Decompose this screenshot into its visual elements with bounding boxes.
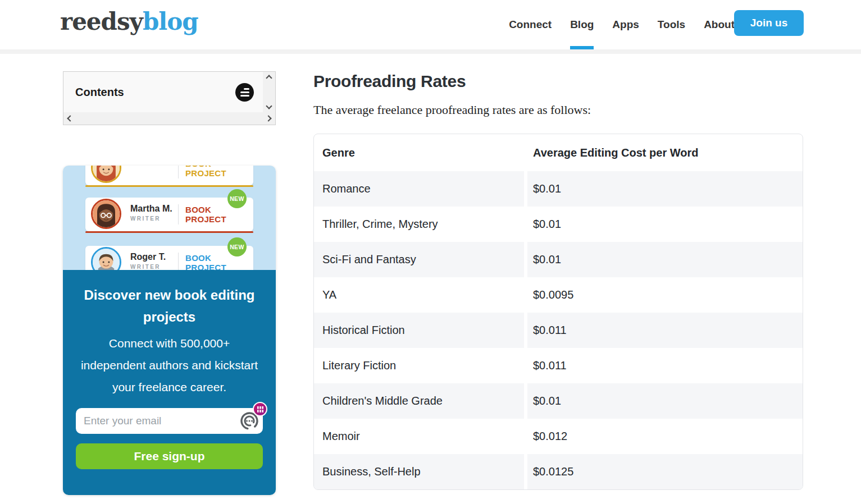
nav-blog[interactable]: Blog: [570, 0, 594, 49]
genre-cell: Romance: [314, 171, 527, 207]
scroll-up-icon[interactable]: [266, 75, 272, 81]
cost-cell: $0.0095: [527, 277, 803, 313]
writer-role: WRITER: [130, 263, 166, 270]
contents-title: Contents: [75, 86, 124, 99]
writer-avatar: [91, 166, 121, 183]
promo-heading: Discover new book editing projects: [76, 284, 263, 328]
promo-body-text: Connect with 500,000+ independent author…: [76, 332, 263, 398]
card-accent: [85, 185, 253, 187]
contents-widget: Contents: [63, 71, 276, 125]
cost-cell: $0.0125: [527, 454, 803, 489]
logo-blog: blog: [143, 8, 198, 35]
table-row: Thriller, Crime, Mystery$0.01: [314, 207, 803, 242]
nav-about[interactable]: About: [704, 0, 735, 49]
page-title: Proofreading Rates: [313, 72, 466, 91]
main-nav: Connect Blog Apps Tools About: [509, 0, 735, 49]
genre-cell: YA: [314, 277, 527, 313]
site-header: reedsyblog Connect Blog Apps Tools About…: [0, 0, 861, 49]
logo-reedsy: reedsy: [60, 8, 143, 35]
email-input[interactable]: [76, 408, 263, 434]
card-divider: [178, 204, 179, 224]
grid-badge-icon[interactable]: [253, 402, 267, 416]
cost-cell: $0.01: [527, 383, 803, 419]
free-signup-button[interactable]: Free sign-up: [76, 443, 263, 469]
table-row: Romance$0.01: [314, 171, 803, 207]
proofreading-rates-table: Genre Average Editing Cost per Word Roma…: [313, 134, 803, 490]
writer-name: Roger T.: [130, 251, 166, 263]
contents-panel: Contents: [63, 72, 263, 112]
writer-card: Roger T. WRITER BOOK PROJECT NEW: [85, 246, 253, 270]
table-row: Business, Self-Help$0.0125: [314, 454, 803, 489]
genre-cell: Memoir: [314, 419, 527, 454]
cost-cell: $0.01: [527, 171, 803, 207]
table-row: Literary Fiction$0.011: [314, 348, 803, 383]
new-badge: NEW: [227, 189, 247, 208]
intro-text: The average freelance proofreading rates…: [313, 103, 591, 117]
genre-cell: Thriller, Crime, Mystery: [314, 207, 527, 242]
promo-signup-panel: Discover new book editing projects Conne…: [63, 270, 276, 495]
card-divider: [178, 166, 179, 178]
reedsy-blog-logo[interactable]: reedsyblog: [60, 8, 198, 35]
scroll-down-icon[interactable]: [266, 103, 272, 109]
table-row: Memoir$0.012: [314, 419, 803, 454]
genre-cell: Sci-Fi and Fantasy: [314, 242, 527, 277]
table-row: Children's Middle Grade$0.01: [314, 383, 803, 419]
column-header-cost: Average Editing Cost per Word: [527, 134, 803, 171]
book-project-link: BOOK PROJECT: [185, 166, 251, 185]
writer-role: WRITER: [130, 214, 172, 223]
genre-cell: Children's Middle Grade: [314, 383, 527, 419]
genre-cell: Historical Fiction: [314, 313, 527, 348]
cost-cell: $0.012: [527, 419, 803, 454]
writer-avatar: [91, 247, 121, 270]
vertical-scrollbar[interactable]: [263, 72, 275, 112]
card-accent: [85, 231, 253, 233]
writer-card: Martha M. WRITER BOOK PROJECT NEW: [85, 198, 253, 231]
join-us-button[interactable]: Join us: [734, 10, 804, 36]
new-badge: NEW: [227, 237, 247, 256]
scroll-right-icon[interactable]: [265, 115, 271, 121]
list-icon[interactable]: [235, 83, 254, 102]
nav-connect[interactable]: Connect: [509, 0, 552, 49]
header-divider: [0, 49, 861, 54]
genre-cell: Business, Self-Help: [314, 454, 527, 489]
writer-name: Martha M.: [130, 203, 172, 214]
cost-cell: $0.01: [527, 207, 803, 242]
column-header-genre: Genre: [314, 134, 527, 171]
scroll-left-icon[interactable]: [67, 115, 73, 121]
table-row: Sci-Fi and Fantasy$0.01: [314, 242, 803, 277]
nav-tools[interactable]: Tools: [658, 0, 685, 49]
nav-apps[interactable]: Apps: [612, 0, 639, 49]
writer-card: WRITER BOOK PROJECT: [85, 166, 253, 185]
table-row: YA$0.0095: [314, 277, 803, 313]
genre-cell: Literary Fiction: [314, 348, 527, 383]
editing-projects-promo[interactable]: WRITER BOOK PROJECT Martha M. WRITER BOO…: [63, 166, 276, 495]
horizontal-scrollbar[interactable]: [63, 112, 275, 125]
cost-cell: $0.011: [527, 348, 803, 383]
cost-cell: $0.011: [527, 313, 803, 348]
table-row: Historical Fiction$0.011: [314, 313, 803, 348]
cost-cell: $0.01: [527, 242, 803, 277]
writer-cards-panel: WRITER BOOK PROJECT Martha M. WRITER BOO…: [63, 166, 276, 270]
table-header-row: Genre Average Editing Cost per Word: [314, 134, 803, 171]
writer-avatar: [91, 199, 121, 229]
card-divider: [178, 253, 179, 270]
writer-role: WRITER: [130, 166, 161, 166]
